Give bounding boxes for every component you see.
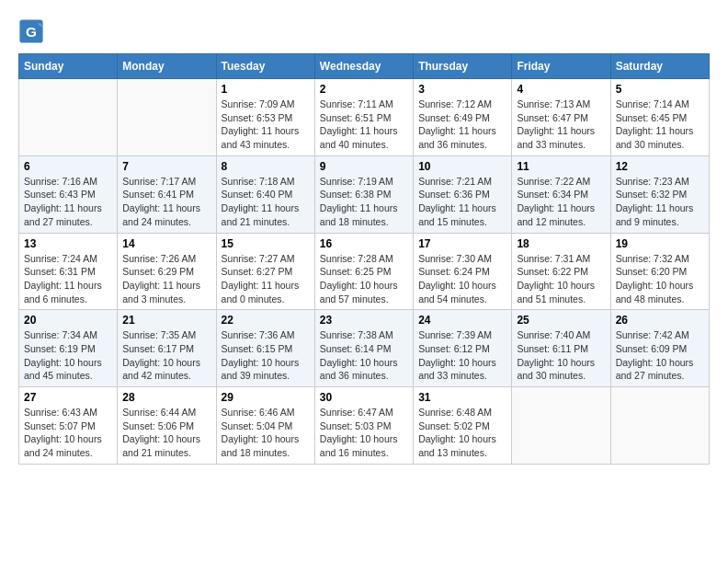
day-number: 29 <box>222 391 310 404</box>
weekday-header-tuesday: Tuesday <box>216 54 314 79</box>
calendar-body: 1Sunrise: 7:09 AM Sunset: 6:53 PM Daylig… <box>19 79 710 465</box>
calendar-cell: 19Sunrise: 7:32 AM Sunset: 6:20 PM Dayli… <box>610 233 709 310</box>
calendar-cell: 21Sunrise: 7:35 AM Sunset: 6:17 PM Dayli… <box>118 310 216 387</box>
calendar-cell: 22Sunrise: 7:36 AM Sunset: 6:15 PM Dayli… <box>216 310 314 387</box>
day-detail: Sunrise: 7:18 AM Sunset: 6:40 PM Dayligh… <box>222 175 310 229</box>
day-detail: Sunrise: 7:09 AM Sunset: 6:53 PM Dayligh… <box>222 98 310 152</box>
page-header: G <box>18 18 710 44</box>
weekday-header-monday: Monday <box>118 54 216 79</box>
day-detail: Sunrise: 6:44 AM Sunset: 5:06 PM Dayligh… <box>122 406 210 460</box>
calendar-cell: 16Sunrise: 7:28 AM Sunset: 6:25 PM Dayli… <box>314 233 413 310</box>
calendar-cell: 10Sunrise: 7:21 AM Sunset: 6:36 PM Dayli… <box>414 155 512 233</box>
calendar-header: SundayMondayTuesdayWednesdayThursdayFrid… <box>19 54 710 79</box>
day-detail: Sunrise: 7:17 AM Sunset: 6:41 PM Dayligh… <box>122 175 210 229</box>
day-number: 8 <box>222 160 310 173</box>
day-number: 24 <box>418 314 506 327</box>
day-number: 22 <box>222 314 310 327</box>
calendar-table: SundayMondayTuesdayWednesdayThursdayFrid… <box>18 53 710 465</box>
calendar-cell: 13Sunrise: 7:24 AM Sunset: 6:31 PM Dayli… <box>19 233 118 310</box>
day-number: 21 <box>122 314 210 327</box>
calendar-week-row: 1Sunrise: 7:09 AM Sunset: 6:53 PM Daylig… <box>19 79 710 156</box>
calendar-cell: 18Sunrise: 7:31 AM Sunset: 6:22 PM Dayli… <box>512 233 610 310</box>
day-detail: Sunrise: 7:14 AM Sunset: 6:45 PM Dayligh… <box>616 98 704 152</box>
day-number: 10 <box>418 160 506 173</box>
day-number: 7 <box>122 160 210 173</box>
calendar-cell <box>118 79 216 156</box>
calendar-cell: 31Sunrise: 6:48 AM Sunset: 5:02 PM Dayli… <box>414 387 512 465</box>
day-number: 1 <box>222 83 310 96</box>
calendar-cell: 2Sunrise: 7:11 AM Sunset: 6:51 PM Daylig… <box>314 79 413 156</box>
calendar-cell <box>512 387 610 465</box>
calendar-cell: 14Sunrise: 7:26 AM Sunset: 6:29 PM Dayli… <box>118 233 216 310</box>
day-detail: Sunrise: 7:28 AM Sunset: 6:25 PM Dayligh… <box>320 252 408 306</box>
day-detail: Sunrise: 7:27 AM Sunset: 6:27 PM Dayligh… <box>222 252 310 306</box>
day-detail: Sunrise: 7:19 AM Sunset: 6:38 PM Dayligh… <box>320 175 408 229</box>
calendar-cell: 9Sunrise: 7:19 AM Sunset: 6:38 PM Daylig… <box>314 155 413 233</box>
calendar-cell: 29Sunrise: 6:46 AM Sunset: 5:04 PM Dayli… <box>216 387 314 465</box>
logo: G <box>18 18 48 44</box>
day-detail: Sunrise: 7:16 AM Sunset: 6:43 PM Dayligh… <box>24 175 112 229</box>
calendar-cell: 24Sunrise: 7:39 AM Sunset: 6:12 PM Dayli… <box>414 310 512 387</box>
day-detail: Sunrise: 6:43 AM Sunset: 5:07 PM Dayligh… <box>24 406 112 460</box>
day-number: 18 <box>517 237 605 250</box>
calendar-cell: 17Sunrise: 7:30 AM Sunset: 6:24 PM Dayli… <box>414 233 512 310</box>
calendar-cell: 12Sunrise: 7:23 AM Sunset: 6:32 PM Dayli… <box>610 155 709 233</box>
calendar-week-row: 6Sunrise: 7:16 AM Sunset: 6:43 PM Daylig… <box>19 155 710 233</box>
calendar-cell <box>19 79 118 156</box>
day-number: 15 <box>222 237 310 250</box>
day-number: 14 <box>122 237 210 250</box>
day-number: 17 <box>418 237 506 250</box>
day-number: 13 <box>24 237 112 250</box>
day-number: 19 <box>616 237 704 250</box>
day-number: 25 <box>517 314 605 327</box>
calendar-cell: 8Sunrise: 7:18 AM Sunset: 6:40 PM Daylig… <box>216 155 314 233</box>
day-detail: Sunrise: 7:13 AM Sunset: 6:47 PM Dayligh… <box>517 98 605 152</box>
svg-text:G: G <box>26 24 37 40</box>
day-number: 9 <box>320 160 408 173</box>
calendar-cell: 4Sunrise: 7:13 AM Sunset: 6:47 PM Daylig… <box>512 79 610 156</box>
calendar-cell: 26Sunrise: 7:42 AM Sunset: 6:09 PM Dayli… <box>610 310 709 387</box>
day-detail: Sunrise: 7:38 AM Sunset: 6:14 PM Dayligh… <box>320 328 408 383</box>
day-number: 20 <box>24 314 112 327</box>
day-detail: Sunrise: 7:34 AM Sunset: 6:19 PM Dayligh… <box>24 328 112 383</box>
day-detail: Sunrise: 7:21 AM Sunset: 6:36 PM Dayligh… <box>418 175 506 229</box>
day-detail: Sunrise: 7:26 AM Sunset: 6:29 PM Dayligh… <box>122 252 210 306</box>
day-detail: Sunrise: 7:31 AM Sunset: 6:22 PM Dayligh… <box>517 252 605 306</box>
weekday-header-saturday: Saturday <box>610 54 709 79</box>
calendar-cell: 27Sunrise: 6:43 AM Sunset: 5:07 PM Dayli… <box>19 387 118 465</box>
calendar-week-row: 13Sunrise: 7:24 AM Sunset: 6:31 PM Dayli… <box>19 233 710 310</box>
day-number: 23 <box>320 314 408 327</box>
day-number: 26 <box>616 314 704 327</box>
day-detail: Sunrise: 7:12 AM Sunset: 6:49 PM Dayligh… <box>418 98 506 152</box>
day-detail: Sunrise: 7:24 AM Sunset: 6:31 PM Dayligh… <box>24 252 112 306</box>
day-detail: Sunrise: 6:47 AM Sunset: 5:03 PM Dayligh… <box>320 406 408 460</box>
day-number: 3 <box>418 83 506 96</box>
day-detail: Sunrise: 7:11 AM Sunset: 6:51 PM Dayligh… <box>320 98 408 152</box>
day-detail: Sunrise: 7:35 AM Sunset: 6:17 PM Dayligh… <box>122 328 210 383</box>
calendar-cell: 30Sunrise: 6:47 AM Sunset: 5:03 PM Dayli… <box>314 387 413 465</box>
day-number: 27 <box>24 391 112 404</box>
weekday-header-sunday: Sunday <box>19 54 118 79</box>
day-detail: Sunrise: 7:39 AM Sunset: 6:12 PM Dayligh… <box>418 328 506 383</box>
day-number: 31 <box>418 391 506 404</box>
weekday-header-wednesday: Wednesday <box>314 54 413 79</box>
day-number: 11 <box>517 160 605 173</box>
weekday-header-thursday: Thursday <box>414 54 512 79</box>
day-detail: Sunrise: 7:32 AM Sunset: 6:20 PM Dayligh… <box>616 252 704 306</box>
day-detail: Sunrise: 7:40 AM Sunset: 6:11 PM Dayligh… <box>517 328 605 383</box>
day-number: 4 <box>517 83 605 96</box>
day-number: 2 <box>320 83 408 96</box>
day-detail: Sunrise: 7:36 AM Sunset: 6:15 PM Dayligh… <box>222 328 310 383</box>
logo-icon: G <box>18 18 44 44</box>
day-detail: Sunrise: 7:30 AM Sunset: 6:24 PM Dayligh… <box>418 252 506 306</box>
calendar-cell: 1Sunrise: 7:09 AM Sunset: 6:53 PM Daylig… <box>216 79 314 156</box>
calendar-cell: 25Sunrise: 7:40 AM Sunset: 6:11 PM Dayli… <box>512 310 610 387</box>
calendar-cell: 3Sunrise: 7:12 AM Sunset: 6:49 PM Daylig… <box>414 79 512 156</box>
day-detail: Sunrise: 7:42 AM Sunset: 6:09 PM Dayligh… <box>616 328 704 383</box>
calendar-cell: 20Sunrise: 7:34 AM Sunset: 6:19 PM Dayli… <box>19 310 118 387</box>
calendar-cell: 7Sunrise: 7:17 AM Sunset: 6:41 PM Daylig… <box>118 155 216 233</box>
weekday-header-friday: Friday <box>512 54 610 79</box>
calendar-cell: 15Sunrise: 7:27 AM Sunset: 6:27 PM Dayli… <box>216 233 314 310</box>
calendar-cell: 28Sunrise: 6:44 AM Sunset: 5:06 PM Dayli… <box>118 387 216 465</box>
day-number: 6 <box>24 160 112 173</box>
